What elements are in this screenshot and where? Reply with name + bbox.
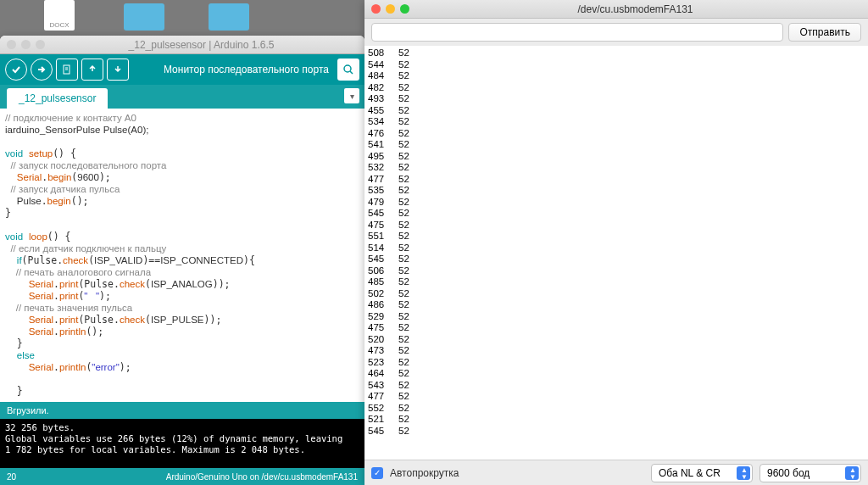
serial-row: 48452 — [368, 70, 865, 82]
serial-row: 52052 — [368, 334, 865, 346]
send-row: Отправить — [364, 19, 868, 46]
serial-row: 48652 — [368, 299, 865, 311]
serial-row: 53552 — [368, 185, 865, 197]
verify-button[interactable] — [5, 59, 27, 81]
arduino-toolbar: Монитор последовательного порта — [0, 54, 364, 85]
serial-row: 55152 — [368, 231, 865, 242]
serial-bottom-bar: ✓ Автопрокрутка Оба NL & CR▲▼ 9600 бод▲▼ — [364, 460, 868, 485]
serial-row: 54352 — [368, 380, 865, 392]
new-button[interactable] — [56, 59, 78, 81]
serial-titlebar: /dev/cu.usbmodemFA131 — [364, 0, 868, 19]
tab-sketch[interactable]: _12_pulsesensor — [7, 88, 108, 109]
arduino-footer: 20 Arduino/Genuino Uno on /dev/cu.usbmod… — [0, 468, 364, 485]
serial-row: 46452 — [368, 368, 865, 380]
folder-2[interactable] — [203, 0, 254, 34]
serial-row: 52152 — [368, 414, 865, 426]
serial-row: 54552 — [368, 254, 865, 265]
zoom-icon[interactable] — [36, 40, 45, 49]
serial-monitor-button[interactable] — [337, 59, 359, 81]
code-editor[interactable]: // подключение к контакту A0 iarduino_Se… — [0, 109, 364, 402]
serial-row: 52352 — [368, 357, 865, 369]
tab-menu-button[interactable]: ▾ — [344, 88, 359, 103]
svg-point-1 — [344, 65, 351, 72]
arduino-window-title: _12_pulsesensor | Arduino 1.6.5 — [45, 39, 358, 51]
close-icon[interactable] — [371, 4, 381, 14]
board-info: Arduino/Genuino Uno on /dev/cu.usbmodemF… — [166, 472, 358, 482]
send-button[interactable]: Отправить — [788, 23, 861, 42]
open-button[interactable] — [81, 59, 103, 81]
serial-row: 47352 — [368, 345, 865, 357]
save-button[interactable] — [107, 59, 129, 81]
serial-input[interactable] — [371, 23, 783, 42]
serial-row: 49552 — [368, 151, 865, 163]
serial-monitor-window: /dev/cu.usbmodemFA131 Отправить 50852544… — [364, 0, 868, 485]
serial-row: 47752 — [368, 174, 865, 186]
arduino-window: _12_pulsesensor | Arduino 1.6.5 Монитор … — [0, 36, 364, 485]
desktop-icons: DOCX — [0, 0, 364, 36]
serial-row: 47952 — [368, 197, 865, 209]
serial-monitor-label: Монитор последовательного порта — [164, 64, 329, 75]
serial-row: 48552 — [368, 276, 865, 288]
zoom-icon[interactable] — [400, 4, 409, 14]
status-bar: Вгрузили. — [0, 402, 364, 419]
minimize-icon[interactable] — [386, 4, 395, 14]
serial-row: 52952 — [368, 311, 865, 323]
serial-row: 45552 — [368, 105, 865, 117]
serial-row: 47552 — [368, 322, 865, 334]
serial-row: 50652 — [368, 265, 865, 277]
minimize-icon[interactable] — [21, 40, 31, 49]
autoscroll-label: Автопрокрутка — [390, 467, 459, 479]
serial-row: 49352 — [368, 93, 865, 105]
serial-row: 54452 — [368, 59, 865, 71]
close-icon[interactable] — [7, 40, 16, 49]
serial-row: 51452 — [368, 242, 865, 254]
serial-output[interactable]: 5085254452484524825249352455525345247652… — [364, 46, 868, 460]
upload-button[interactable] — [31, 59, 53, 81]
baud-select[interactable]: 9600 бод▲▼ — [760, 464, 861, 482]
serial-window-title: /dev/cu.usbmodemFA131 — [409, 3, 861, 15]
serial-row: 50252 — [368, 288, 865, 300]
autoscroll-checkbox[interactable]: ✓ — [371, 467, 383, 479]
arduino-titlebar: _12_pulsesensor | Arduino 1.6.5 — [0, 36, 364, 54]
serial-row: 47752 — [368, 391, 865, 403]
serial-row: 47652 — [368, 128, 865, 140]
serial-row: 55252 — [368, 403, 865, 415]
folder-1[interactable] — [119, 0, 170, 34]
serial-row: 54552 — [368, 208, 865, 220]
serial-row: 48252 — [368, 82, 865, 94]
line-number: 20 — [7, 472, 16, 482]
build-console: 32 256 bytes. Global variables use 266 b… — [0, 419, 364, 468]
serial-row: 50852 — [368, 47, 865, 59]
serial-row: 53452 — [368, 116, 865, 128]
tab-row: _12_pulsesensor ▾ — [0, 85, 364, 109]
serial-row: 47552 — [368, 220, 865, 231]
doc-file[interactable]: DOCX — [34, 0, 85, 34]
line-ending-select[interactable]: Оба NL & CR▲▼ — [651, 464, 753, 482]
serial-row: 53252 — [368, 162, 865, 174]
serial-row: 54152 — [368, 139, 865, 151]
serial-row: 54552 — [368, 426, 865, 438]
